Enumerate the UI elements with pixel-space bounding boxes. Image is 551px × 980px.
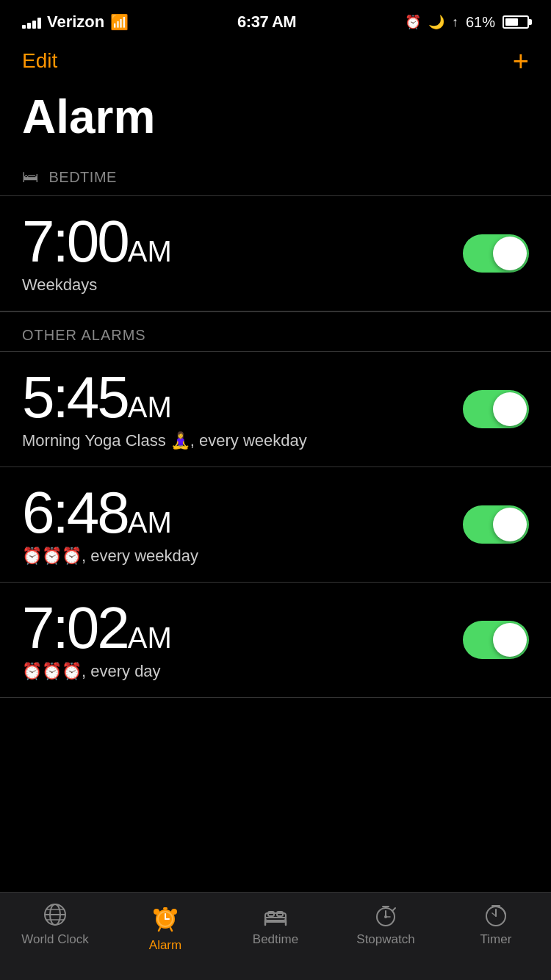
svg-point-10 [154, 909, 159, 915]
stopwatch-icon [372, 901, 399, 928]
svg-line-12 [159, 928, 160, 931]
alarm-time-0: 5:45AM [22, 368, 463, 427]
tab-world-clock-label: World Clock [21, 932, 88, 947]
bedtime-section: 🛏 BEDTIME 7:00AM Weekdays [0, 159, 551, 312]
bedtime-alarm-item[interactable]: 7:00AM Weekdays [0, 196, 551, 311]
toggle-knob-0 [493, 392, 527, 426]
tab-bar: World Clock Alarm [0, 892, 551, 980]
battery-percent: 61% [466, 14, 495, 31]
alarm-info-0: 5:45AM Morning Yoga Class 🧘‍♀️, every we… [22, 368, 463, 450]
svg-rect-14 [163, 907, 168, 909]
status-time: 6:37 AM [237, 12, 296, 32]
tab-bedtime[interactable]: Bedtime [220, 901, 331, 947]
toolbar: Edit + [0, 40, 551, 82]
status-bar: Verizon 📶 6:37 AM ⏰ 🌙 ↑ 61% [0, 0, 551, 40]
alarm-time-2: 7:02AM [22, 599, 463, 657]
other-alarms-section: OTHER ALARMS 5:45AM Morning Yoga Class 🧘… [0, 312, 551, 698]
alarm-label-1: ⏰⏰⏰, every weekday [22, 547, 463, 566]
svg-point-28 [384, 915, 387, 918]
svg-point-11 [171, 909, 177, 915]
status-right: ⏰ 🌙 ↑ 61% [405, 14, 529, 31]
edit-button[interactable]: Edit [22, 49, 57, 73]
alarm-info-2: 7:02AM ⏰⏰⏰, every day [22, 599, 463, 681]
alarm-toggle-1[interactable] [463, 505, 529, 544]
bedtime-info: 7:00AM Weekdays [22, 212, 463, 295]
alarm-status-icon: ⏰ [405, 14, 421, 30]
bedtime-time: 7:00AM [22, 212, 463, 271]
bedtime-toggle[interactable] [463, 234, 529, 273]
alarm-item-2[interactable]: 7:02AM ⏰⏰⏰, every day [0, 583, 551, 698]
tab-world-clock[interactable]: World Clock [0, 901, 110, 947]
signal-bars-icon [22, 15, 41, 29]
add-alarm-button[interactable]: + [513, 47, 529, 75]
page-title: Alarm [0, 82, 551, 159]
status-left: Verizon 📶 [22, 12, 129, 32]
alarm-item-1[interactable]: 6:48AM ⏰⏰⏰, every weekday [0, 467, 551, 583]
tab-timer-label: Timer [480, 932, 512, 947]
alarm-item-0[interactable]: 5:45AM Morning Yoga Class 🧘‍♀️, every we… [0, 352, 551, 467]
svg-line-13 [170, 928, 172, 931]
wifi-icon: 📶 [110, 13, 129, 31]
alarm-tab-icon [149, 901, 181, 934]
tab-alarm-label: Alarm [149, 938, 181, 953]
other-alarms-header: OTHER ALARMS [0, 312, 551, 352]
tab-stopwatch[interactable]: Stopwatch [331, 901, 441, 947]
moon-icon: 🌙 [428, 14, 444, 30]
alarm-label-2: ⏰⏰⏰, every day [22, 662, 463, 681]
svg-line-27 [393, 908, 395, 910]
toggle-knob-1 [493, 508, 527, 541]
timer-icon [483, 901, 509, 928]
tab-bedtime-label: Bedtime [253, 932, 298, 947]
bedtime-label: BEDTIME [49, 169, 117, 186]
bedtime-header: 🛏 BEDTIME [0, 159, 551, 196]
toggle-knob-2 [493, 623, 527, 657]
tab-stopwatch-label: Stopwatch [356, 932, 414, 947]
tab-alarm[interactable]: Alarm [110, 901, 220, 953]
bed-icon: 🛏 [22, 167, 39, 187]
alarm-toggle-0[interactable] [463, 390, 529, 428]
tab-timer[interactable]: Timer [441, 901, 551, 947]
toggle-knob [493, 237, 527, 270]
alarm-info-1: 6:48AM ⏰⏰⏰, every weekday [22, 483, 463, 566]
alarm-time-1: 6:48AM [22, 483, 463, 542]
alarm-label-0: Morning Yoga Class 🧘‍♀️, every weekday [22, 431, 463, 450]
alarm-toggle-2[interactable] [463, 621, 529, 659]
bedtime-days: Weekdays [22, 275, 463, 295]
location-icon: ↑ [452, 15, 458, 30]
battery-icon [503, 15, 529, 29]
bed-tab-icon [262, 901, 289, 928]
globe-icon [42, 901, 68, 928]
carrier-label: Verizon [47, 12, 104, 32]
